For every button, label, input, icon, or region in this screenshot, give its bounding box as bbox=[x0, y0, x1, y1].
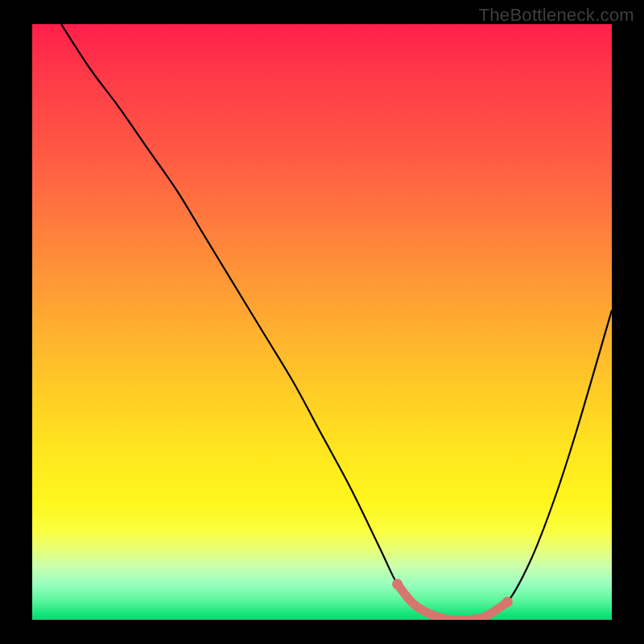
chart-frame: TheBottleneck.com bbox=[0, 0, 644, 644]
optimal-start-dot bbox=[392, 579, 402, 589]
curve-svg bbox=[32, 24, 612, 620]
optimal-end-dot bbox=[502, 597, 513, 607]
watermark-text: TheBottleneck.com bbox=[479, 5, 634, 26]
plot-area bbox=[32, 24, 612, 620]
optimal-band-highlight bbox=[398, 584, 508, 620]
bottleneck-curve bbox=[61, 24, 612, 620]
